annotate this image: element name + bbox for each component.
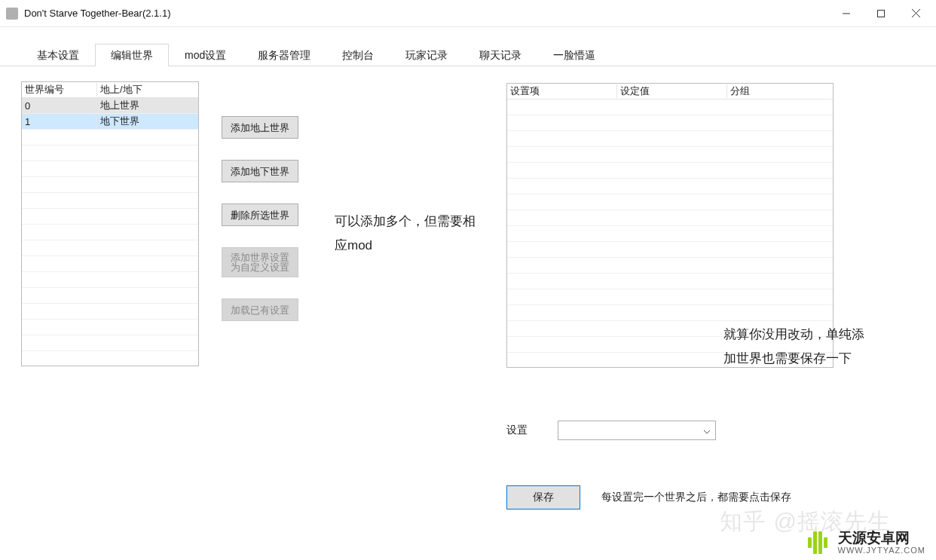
tab-console[interactable]: 控制台 [326, 44, 390, 66]
table-row[interactable] [22, 304, 198, 320]
watermark-logo: 天源安卓网 WWW.JYTYAZ.COM [803, 530, 925, 555]
settings-col-item: 设置项 [507, 84, 617, 98]
world-table[interactable]: 世界编号 地上/地下 0 地上世界 1 地下世界 [21, 81, 199, 366]
add-underworld-button[interactable]: 添加地下世界 [222, 160, 298, 182]
save-note: 每设置完一个世界之后，都需要点击保存 [601, 491, 791, 504]
maximize-button[interactable] [864, 2, 898, 26]
save-button[interactable]: 保存 [506, 485, 580, 510]
table-row[interactable] [22, 320, 198, 335]
table-row[interactable] [507, 258, 833, 274]
svg-rect-1 [878, 10, 885, 17]
title-bar: Don't Starve Together-Bear(2.1.1) [0, 0, 936, 27]
window-title: Don't Starve Together-Bear(2.1.1) [24, 8, 170, 19]
table-row[interactable] [22, 130, 198, 145]
world-col-id: 世界编号 [22, 83, 97, 96]
close-button[interactable] [898, 2, 933, 26]
settings-col-value: 设定值 [617, 84, 727, 98]
setting-combobox[interactable] [558, 421, 716, 440]
table-row[interactable]: 0 地上世界 [22, 98, 198, 114]
settings-col-group: 分组 [727, 84, 833, 98]
site-name-en: WWW.JYTYAZ.COM [838, 546, 925, 555]
content-area: 世界编号 地上/地下 0 地上世界 1 地下世界 添加地上世界 添加地下世界 删… [0, 66, 936, 534]
table-row[interactable] [507, 274, 833, 289]
add-world-config-button[interactable]: 添加世界设置 为自定义设置 [222, 247, 298, 277]
table-row[interactable]: 1 地下世界 [22, 114, 198, 130]
table-row[interactable] [22, 256, 198, 272]
tab-confused[interactable]: 一脸懵逼 [537, 44, 611, 66]
table-row[interactable] [22, 145, 198, 161]
note-middle: 可以添加多个，但需要相应mod [335, 210, 478, 259]
app-icon [6, 8, 18, 20]
table-row[interactable] [507, 147, 833, 163]
setting-label: 设置 [506, 424, 528, 437]
world-table-header: 世界编号 地上/地下 [22, 82, 198, 98]
tab-server-mgmt[interactable]: 服务器管理 [242, 44, 326, 66]
tab-mod-settings[interactable]: mod设置 [169, 44, 242, 66]
site-logo-icon [803, 530, 832, 555]
settings-table-header: 设置项 设定值 分组 [507, 84, 833, 99]
tab-edit-world[interactable]: 编辑世界 [95, 44, 169, 66]
tab-chat-log[interactable]: 聊天记录 [463, 44, 537, 66]
save-row: 保存 每设置完一个世界之后，都需要点击保存 [506, 485, 791, 510]
table-row[interactable] [507, 289, 833, 305]
setting-row: 设置 [506, 421, 716, 440]
table-row[interactable] [507, 99, 833, 115]
table-row[interactable] [507, 179, 833, 194]
table-row[interactable] [507, 242, 833, 258]
table-row[interactable] [22, 193, 198, 209]
table-row[interactable] [507, 163, 833, 179]
tab-strip: 基本设置 编辑世界 mod设置 服务器管理 控制台 玩家记录 聊天记录 一脸懵逼 [0, 27, 936, 66]
table-row[interactable] [22, 240, 198, 256]
button-column: 添加地上世界 添加地下世界 删除所选世界 添加世界设置 为自定义设置 加载已有设… [222, 81, 312, 519]
tab-player-log[interactable]: 玩家记录 [390, 44, 463, 66]
tab-basic-settings[interactable]: 基本设置 [21, 44, 95, 66]
table-row[interactable] [22, 335, 198, 351]
table-row[interactable] [22, 272, 198, 288]
table-row[interactable] [507, 226, 833, 242]
table-row[interactable] [22, 288, 198, 304]
table-row[interactable] [507, 131, 833, 147]
minimize-button[interactable] [829, 2, 864, 26]
add-overworld-button[interactable]: 添加地上世界 [222, 116, 298, 139]
table-row[interactable] [507, 194, 833, 210]
table-row[interactable] [507, 210, 833, 226]
table-row[interactable] [22, 225, 198, 240]
table-row[interactable] [507, 305, 833, 321]
load-config-button[interactable]: 加载已有设置 [222, 298, 298, 321]
delete-world-button[interactable]: 删除所选世界 [222, 203, 298, 226]
table-row[interactable] [507, 115, 833, 131]
chevron-down-icon [703, 425, 711, 436]
table-row[interactable] [22, 161, 198, 177]
table-row[interactable] [22, 177, 198, 193]
table-row[interactable] [22, 209, 198, 225]
world-col-loc: 地上/地下 [97, 83, 198, 96]
note-right: 就算你没用改动，单纯添加世界也需要保存一下 [723, 323, 874, 372]
